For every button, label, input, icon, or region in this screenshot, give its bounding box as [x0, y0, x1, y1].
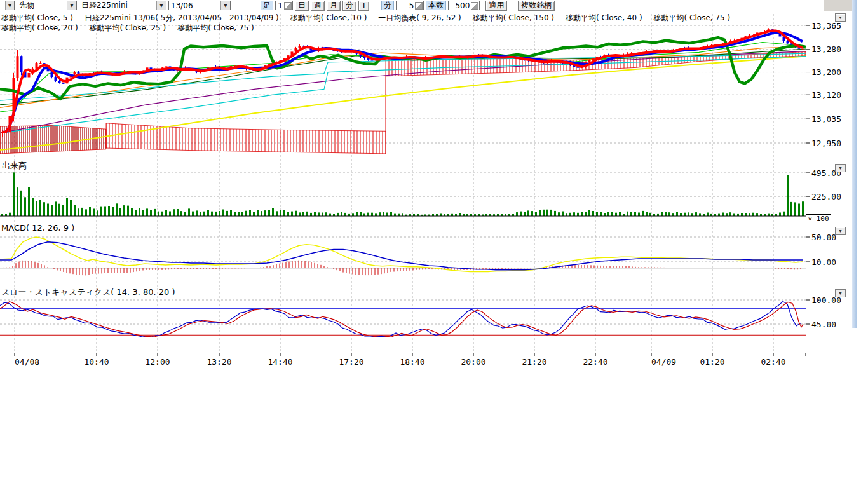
legend-item: 移動平均( Close, 5 ): [1, 13, 73, 24]
chart-application-window: 13,36513,28013,20013,12013,03512,950495.…: [0, 0, 868, 488]
stoch-d-line: [0, 302, 803, 337]
volume-pane: [0, 172, 806, 216]
chart-area: 13,36513,28013,20013,12013,03512,950495.…: [0, 0, 868, 381]
svg-text:21:20: 21:20: [522, 357, 546, 367]
ma25-line: [0, 46, 806, 107]
legend-item: 日経225mini 13/06( 5分, 2013/04/05 - 2013/0…: [85, 13, 279, 24]
svg-text:13:20: 13:20: [207, 357, 231, 367]
stoch-k-line: [0, 302, 801, 337]
stochastics-pane: [0, 302, 806, 337]
svg-text:13,200: 13,200: [811, 67, 841, 77]
legend-item: 移動平均( Close, 20 ): [1, 23, 78, 34]
main-pane-menu-button[interactable]: ▼: [835, 13, 846, 22]
candles: [1, 28, 804, 137]
svg-text:22:40: 22:40: [583, 357, 607, 367]
volume-pane-label: 出来高: [2, 160, 27, 172]
legend-item: 移動平均( Close, 75 ): [177, 23, 254, 34]
legend-item: 移動平均( Close, 40 ): [566, 13, 642, 24]
svg-text:13,035: 13,035: [811, 114, 841, 124]
volume-multiplier-badge: × 100: [806, 214, 831, 224]
legend-item: 移動平均( Close, 10 ): [290, 13, 367, 24]
macd-line: [0, 237, 803, 272]
macd-pane-menu-button[interactable]: ▼: [835, 227, 846, 235]
legend-item: 移動平均( Close, 75 ): [654, 13, 731, 24]
main-price-pane: [0, 28, 806, 154]
svg-text:50.00: 50.00: [811, 233, 836, 242]
legend-item: 移動平均( Close, 150 ): [473, 13, 554, 24]
svg-text:20:00: 20:00: [461, 357, 485, 367]
svg-text:01:20: 01:20: [700, 357, 724, 367]
svg-text:12,950: 12,950: [811, 139, 841, 148]
volume-pane-menu-button[interactable]: ▼: [835, 164, 846, 172]
ma20-line: [0, 43, 806, 112]
svg-text:18:40: 18:40: [400, 357, 424, 367]
macd-signal-line: [0, 242, 803, 270]
macd-pane-label: MACD( 12, 26, 9 ): [1, 223, 74, 233]
legend-row-2: 移動平均( Close, 20 )移動平均( Close, 25 )移動平均( …: [1, 23, 254, 34]
stochastics-pane-label: スロー・ストキャスティクス( 14, 3, 80, 20 ): [1, 287, 175, 298]
svg-text:13,280: 13,280: [811, 44, 841, 54]
svg-text:13,365: 13,365: [811, 21, 841, 30]
svg-text:02:40: 02:40: [761, 357, 785, 367]
svg-text:17:20: 17:20: [339, 357, 363, 367]
svg-text:04/09: 04/09: [651, 357, 676, 367]
svg-text:12:00: 12:00: [145, 357, 170, 367]
svg-text:10:40: 10:40: [84, 357, 109, 367]
svg-text:04/08: 04/08: [15, 357, 39, 367]
svg-text:14:40: 14:40: [268, 357, 292, 367]
svg-text:13,120: 13,120: [811, 90, 841, 100]
legend-row-1: 移動平均( Close, 5 )日経225mini 13/06( 5分, 201…: [1, 13, 730, 24]
svg-text:10.00: 10.00: [811, 257, 836, 267]
stochastics-pane-menu-button[interactable]: ▼: [835, 289, 846, 297]
ma10-line: [2, 33, 803, 133]
svg-text:45.00: 45.00: [811, 320, 836, 329]
svg-text:225.00: 225.00: [811, 192, 841, 201]
macd-pane: [0, 237, 806, 275]
legend-item: 移動平均( Close, 25 ): [90, 23, 166, 34]
legend-item: 一目均衡表( 9, 26, 52 ): [378, 13, 461, 24]
vertical-scrollbar[interactable]: [852, 0, 857, 328]
